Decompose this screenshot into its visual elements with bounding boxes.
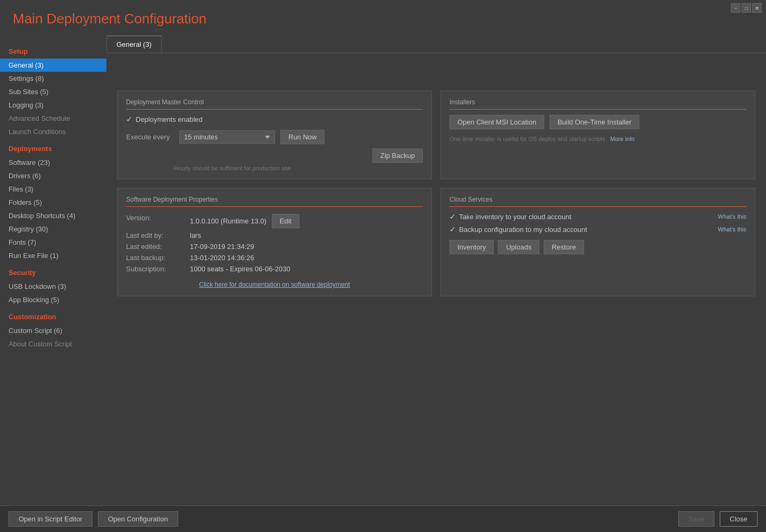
uploads-button[interactable]: Uploads — [498, 240, 539, 254]
bottom-right-buttons: Save Close — [678, 511, 757, 527]
deployments-enabled-label: Deployments enabled — [136, 115, 203, 123]
last-edited-value: 17-09-2019 21:34:29 — [190, 243, 423, 251]
installers-box: Installers Open Client MSI Location Buil… — [440, 90, 755, 179]
cloud-backup-left: ✓ Backup configuration to my cloud accou… — [449, 225, 587, 234]
deployment-master-control-box: Deployment Master Control ✓ Deployments … — [117, 90, 432, 179]
sidebar-section-setup: Setup — [0, 41, 106, 59]
last-edit-by-label: Last edit by: — [126, 231, 190, 239]
version-value: 1.0.0.100 (Runtime 13.0) Edit — [190, 214, 423, 228]
sidebar-item-files[interactable]: Files (3) — [0, 182, 106, 196]
restore-button[interactable]: Restore — [544, 240, 584, 254]
app-header: Main Deployment Configuration — [0, 0, 766, 36]
whats-this-inventory-link[interactable]: What's this — [718, 213, 746, 220]
prop-row-lastbackup: Last backup: 13-01-2020 14:36:26 — [126, 252, 423, 263]
sidebar-item-launchconditions[interactable]: Launch Conditions — [0, 125, 106, 138]
sidebar-item-logging[interactable]: Logging (3) — [0, 98, 106, 112]
last-edited-label: Last edited: — [126, 243, 190, 251]
whats-this-backup-link[interactable]: What's this — [718, 226, 746, 232]
execute-hint: Hourly should be sufficient for producti… — [174, 165, 423, 171]
prop-row-subscription: Subscription: 1000 seats - Expires 06-06… — [126, 263, 423, 275]
app-body: Setup General (3) Settings (8) Sub Sites… — [0, 36, 766, 505]
software-deployment-properties-box: Software Deployment Properties Version: … — [117, 188, 432, 296]
tabs-bar: General (3) — [106, 36, 766, 53]
take-inventory-label: Take inventory to your cloud account — [459, 213, 571, 221]
open-script-editor-button[interactable]: Open in Script Editor — [9, 511, 93, 527]
deployments-enabled-row: ✓ Deployments enabled — [126, 115, 423, 123]
cloud-buttons: Inventory Uploads Restore — [449, 240, 746, 254]
more-info-link[interactable]: More info — [610, 136, 635, 142]
zip-backup-button[interactable]: Zip Backup — [372, 148, 423, 163]
main-panel: Deployment Master Control ✓ Deployments … — [106, 53, 766, 505]
maximize-button[interactable]: □ — [742, 3, 751, 13]
backup-checkmark: ✓ — [449, 225, 456, 234]
run-now-button[interactable]: Run Now — [280, 130, 324, 144]
save-button[interactable]: Save — [678, 511, 714, 527]
sidebar-item-fonts[interactable]: Fonts (7) — [0, 236, 106, 249]
app-window: − □ ✕ Main Deployment Configuration Setu… — [0, 0, 766, 532]
last-backup-label: Last backup: — [126, 254, 190, 262]
build-one-time-button[interactable]: Build One-Time Installer — [549, 115, 639, 129]
installer-hint: One-time installer is useful for OS depl… — [449, 136, 746, 142]
sidebar-item-settings[interactable]: Settings (8) — [0, 72, 106, 85]
subscription-label: Subscription: — [126, 265, 190, 273]
sidebar-item-general[interactable]: General (3) — [0, 59, 106, 72]
tab-general3[interactable]: General (3) — [106, 36, 162, 53]
titlebar: − □ ✕ — [727, 0, 766, 16]
edit-button[interactable]: Edit — [272, 214, 299, 228]
bottom-left-buttons: Open in Script Editor Open Configuration — [9, 511, 178, 527]
sidebar-item-usblockdown[interactable]: USB Lockdown (3) — [0, 280, 106, 293]
deployment-master-control-title: Deployment Master Control — [126, 98, 423, 110]
sidebar-item-subsites[interactable]: Sub Sites (5) — [0, 85, 106, 98]
prop-row-version: Version: 1.0.0.100 (Runtime 13.0) Edit — [126, 212, 423, 230]
sidebar-item-desktopshortcuts[interactable]: Desktop Shortcuts (4) — [0, 209, 106, 222]
installers-title: Installers — [449, 98, 746, 110]
two-col-top: Deployment Master Control ✓ Deployments … — [117, 90, 755, 188]
last-backup-value: 13-01-2020 14:36:26 — [190, 254, 423, 262]
sidebar-section-security: Security — [0, 262, 106, 280]
sidebar-section-customization: Customization — [0, 306, 106, 324]
cloud-services-box: Cloud Services ✓ Take inventory to your … — [440, 188, 755, 296]
last-edit-by-value: lars — [190, 231, 423, 239]
execute-every-dropdown[interactable]: 5 minutes 10 minutes 15 minutes 30 minut… — [179, 130, 275, 144]
inventory-button[interactable]: Inventory — [449, 240, 494, 254]
cloud-inventory-row: ✓ Take inventory to your cloud account W… — [449, 212, 746, 221]
sidebar-item-software[interactable]: Software (23) — [0, 156, 106, 169]
close-button[interactable]: Close — [720, 511, 757, 527]
cloud-services-title: Cloud Services — [449, 196, 746, 207]
sidebar-item-registry[interactable]: Registry (30) — [0, 222, 106, 236]
cloud-backup-row: ✓ Backup configuration to my cloud accou… — [449, 225, 746, 234]
execute-row: Execute every 5 minutes 10 minutes 15 mi… — [126, 130, 423, 144]
minimize-button[interactable]: − — [731, 3, 740, 13]
close-button[interactable]: ✕ — [752, 3, 762, 13]
sidebar-item-runexefile[interactable]: Run Exe File (1) — [0, 249, 106, 262]
software-deployment-properties-title: Software Deployment Properties — [126, 196, 423, 207]
backup-config-label: Backup configuration to my cloud account — [459, 226, 587, 234]
app-title: Main Deployment Configuration — [13, 11, 753, 27]
two-col-bottom: Software Deployment Properties Version: … — [117, 188, 755, 305]
sidebar-item-appblocking[interactable]: App Blocking (5) — [0, 293, 106, 306]
doc-link[interactable]: Click here for documentation on software… — [126, 281, 423, 288]
content-area: General (3) Deployment Master Control ✓ … — [106, 36, 766, 505]
sidebar-item-drivers[interactable]: Drivers (6) — [0, 169, 106, 182]
bottom-bar: Open in Script Editor Open Configuration… — [0, 505, 766, 532]
prop-row-lasteditby: Last edit by: lars — [126, 230, 423, 241]
open-client-msi-button[interactable]: Open Client MSI Location — [449, 115, 544, 129]
sidebar-item-customscript[interactable]: Custom Script (6) — [0, 324, 106, 337]
sidebar-item-aboutcustomscript[interactable]: About Custom Script — [0, 337, 106, 351]
sidebar: Setup General (3) Settings (8) Sub Sites… — [0, 36, 106, 505]
installer-buttons: Open Client MSI Location Build One-Time … — [449, 115, 746, 129]
cloud-inventory-left: ✓ Take inventory to your cloud account — [449, 212, 571, 221]
deployments-enabled-checkmark: ✓ — [126, 115, 132, 123]
prop-row-lastedited: Last edited: 17-09-2019 21:34:29 — [126, 241, 423, 252]
inventory-checkmark: ✓ — [449, 212, 456, 221]
sidebar-item-advancedschedule[interactable]: Advanced Schedule — [0, 112, 106, 125]
open-configuration-button[interactable]: Open Configuration — [98, 511, 178, 527]
subscription-value: 1000 seats - Expires 06-06-2030 — [190, 265, 423, 273]
execute-every-label: Execute every — [126, 133, 174, 141]
sidebar-section-deployments: Deployments — [0, 138, 106, 156]
sidebar-item-folders[interactable]: Folders (5) — [0, 196, 106, 209]
version-label: Version: — [126, 214, 190, 222]
